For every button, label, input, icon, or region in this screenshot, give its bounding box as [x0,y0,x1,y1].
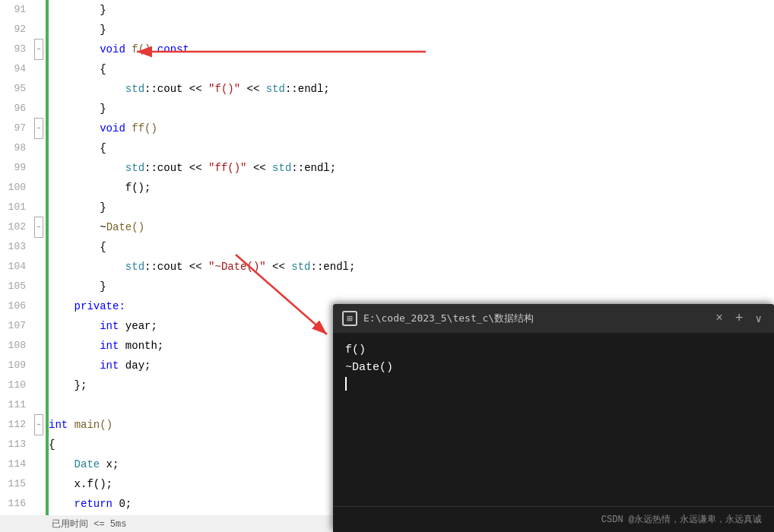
line-number: 96 [0,99,32,119]
terminal-title: E:\code_2023_5\test_c\数据结构 [363,312,706,325]
terminal-plus-button[interactable]: + [732,311,747,326]
line-number: 95 [0,79,32,99]
code-line: 107 int year; [0,316,335,336]
terminal-titlebar: ⊞ E:\code_2023_5\test_c\数据结构 × + ∨ [333,304,774,333]
code-line: 97− void ff() [0,119,335,138]
code-text: } [46,277,335,296]
line-number: 105 [0,277,32,296]
code-line: 92 } [0,20,335,40]
terminal-body: f() ~Date() [333,333,774,506]
code-text: ~Date() [46,217,335,237]
code-text: { [46,138,335,158]
code-text: { [46,237,335,257]
line-number: 102 [0,217,32,237]
status-text: 已用时间 <= 5ms [52,518,126,530]
line-number: 104 [0,257,32,277]
code-line: 112−int main() [0,415,335,435]
line-number: 93 [0,40,32,59]
line-number: 94 [0,59,32,79]
terminal[interactable]: ⊞ E:\code_2023_5\test_c\数据结构 × + ∨ f() ~… [333,304,774,532]
line-number: 92 [0,20,32,40]
code-text: } [46,0,335,20]
code-text: std::cout << "~Date()" << std::endl; [46,257,355,277]
terminal-icon: ⊞ [342,311,357,326]
code-line: 101 } [0,198,335,217]
code-text: }; [46,375,335,395]
editor-area: 91 }92 }93− void f() const94 {95 std::co… [0,0,774,532]
code-line: 99 std::cout << "ff()" << std::endl; [0,158,335,178]
terminal-chevron-button[interactable]: ∨ [753,312,765,325]
code-line: 105 } [0,277,335,296]
code-text: std::cout << "f()" << std::endl; [46,79,335,99]
code-text: private: [46,296,335,316]
terminal-close-button[interactable]: × [712,312,726,325]
line-number: 114 [0,454,32,474]
code-text: int month; [46,336,335,356]
code-text: int main() [46,415,335,435]
code-line: 109 int day; [0,356,335,375]
line-number: 109 [0,356,32,375]
code-line: 95 std::cout << "f()" << std::endl; [0,79,335,99]
code-container: 91 }92 }93− void f() const94 {95 std::co… [0,0,335,532]
line-number: 111 [0,395,32,415]
code-text: { [46,435,335,454]
code-line: 114 Date x; [0,454,335,474]
code-line: 110 }; [0,375,335,395]
line-number: 98 [0,138,32,158]
line-number: 91 [0,0,32,20]
code-line: 94 { [0,59,335,79]
terminal-output-line-2: ~Date() [345,359,762,377]
code-text: } [46,198,335,217]
terminal-footer: CSDN @永远热情，永远谦卑，永远真诚 [333,506,774,532]
code-text: { [46,59,335,79]
code-line: 113{ [0,435,335,454]
line-number: 108 [0,336,32,356]
code-line: 108 int month; [0,336,335,356]
code-line: 93− void f() const [0,40,335,59]
fold-icon[interactable]: − [32,39,46,60]
fold-icon[interactable]: − [32,414,46,435]
code-text: Date x; [46,454,335,474]
code-line: 102− ~Date() [0,217,335,237]
line-number: 116 [0,494,32,514]
line-number: 110 [0,375,32,395]
line-number: 101 [0,198,32,217]
line-number: 112 [0,415,32,435]
code-text: std::cout << "ff()" << std::endl; [46,158,336,178]
code-text: } [46,20,335,40]
code-text: x.f(); [46,474,335,494]
terminal-cursor [345,377,347,391]
terminal-output-line-1: f() [345,342,762,359]
code-line: 116 return 0; [0,494,335,514]
code-line: 91 } [0,0,335,20]
code-text: f(); [46,178,335,198]
fold-icon[interactable]: − [32,118,46,139]
line-number: 106 [0,296,32,316]
code-text: int year; [46,316,335,336]
code-line: 98 { [0,138,335,158]
status-bar: 已用时间 <= 5ms [0,515,335,532]
code-line: 111 [0,395,335,415]
code-text: void f() const [46,40,335,59]
code-line: 100 f(); [0,178,335,198]
line-number: 100 [0,178,32,198]
line-number: 107 [0,316,32,336]
fold-icon[interactable]: − [32,217,46,238]
code-text: int day; [46,356,335,375]
code-line: 103 { [0,237,335,257]
code-text: void ff() [46,119,335,138]
line-number: 97 [0,119,32,138]
code-line: 104 std::cout << "~Date()" << std::endl; [0,257,335,277]
line-number: 103 [0,237,32,257]
line-number: 113 [0,435,32,454]
code-text: return 0; [46,494,335,514]
line-number: 115 [0,474,32,494]
code-line: 115 x.f(); [0,474,335,494]
code-line: 106 private: [0,296,335,316]
line-number: 99 [0,158,32,178]
code-text: } [46,99,335,119]
code-line: 96 } [0,99,335,119]
